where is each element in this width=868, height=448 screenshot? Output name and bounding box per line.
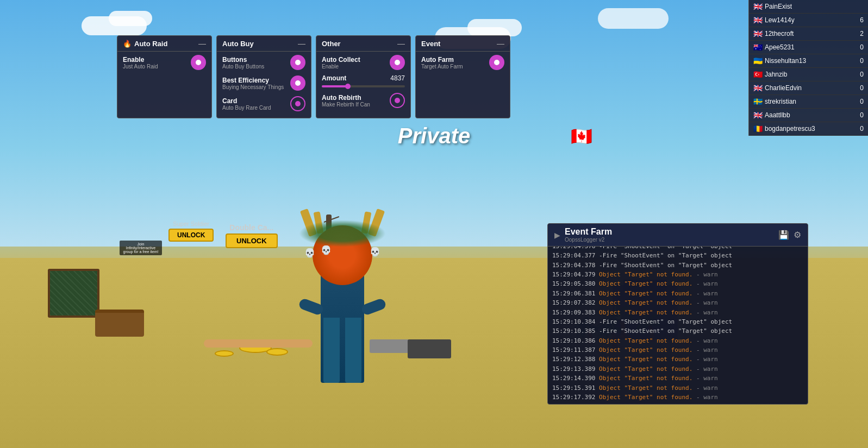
log-warn-label: - warn [692,280,717,287]
other-close[interactable]: — [397,39,405,48]
double-card-unlock-btn[interactable]: UNLOCK [226,234,278,248]
auto-buy-efficiency-row: Best Efficiency Buying Necessary Things [217,72,311,93]
log-timestamp: 15:29:15.391 [552,384,599,392]
player-score: 0 [853,71,864,78]
auto-collect-row: Auto Collect Enable [316,52,410,72]
auto-collect-toggle[interactable] [390,55,405,70]
log-entry: 15:29:11.387 Object "Target" not found. … [552,345,803,355]
log-warn-label: - warn [692,384,717,392]
event-close[interactable]: — [497,39,504,48]
log-normal-text: -Fire "ShootEvent" on "Target" object [599,327,732,335]
map-board [48,269,99,318]
log-normal-text: -Fire "ShootEvent" on "Target" object [599,318,732,325]
log-timestamp: 15:29:06.381 [552,290,599,297]
player-name: PainExist [765,3,853,10]
log-entry: 15:29:15.391 Object "Target" not found. … [552,383,803,393]
other-panel: Other — Auto Collect Enable Amount 4837 [316,35,411,118]
log-warn-text: Object "Target" not found. [599,280,692,287]
leaderboard-row: 🇹🇷 Jahnzib 0 [749,68,868,81]
log-timestamp: 15:29:14.390 [552,375,599,382]
event-header: Event — [416,36,510,52]
auto-buy-efficiency-toggle[interactable] [290,75,305,91]
log-normal-text: -Fire "ShootEvent" on "Target" object [599,262,732,269]
log-warn-text: Object "Target" not found. [599,365,692,373]
auto-raid-panel: 🔥 Auto Raid — Enable Just Auto Raid [117,35,212,118]
event-title: Event [421,40,440,48]
log-warn-text: Object "Target" not found. [599,271,692,278]
auto-raid-enable-toggle[interactable] [191,55,206,70]
player-flag: 🇬🇧 [753,2,763,11]
coin-2 [266,348,288,356]
log-warn-text: Object "Target" not found. [599,375,692,382]
log-warn-text: Object "Target" not found. [599,384,692,392]
event-farm-save-btn[interactable]: 💾 [778,230,789,240]
leaderboard-row: 🇦🇺 Apee5231 0 [749,41,868,54]
auto-rebirth-toggle[interactable] [390,93,405,108]
event-farm-header: ▶ Event Farm OopssLogger v2 💾 ⚙ [548,224,808,247]
auto-buy-buttons-row: Buttons Auto Buy Buttons [217,52,311,72]
log-entry: 15:29:10.386 Object "Target" not found. … [552,336,803,345]
log-entry: 15:29:14.390 Object "Target" not found. … [552,374,803,383]
log-warn-text: Object "Target" not found. [599,346,692,354]
super-soldier-name: Super Soldier [168,220,214,227]
leaderboard-row: 🇸🇪 strekristian 0 [749,95,868,109]
log-warn-label: - warn [692,299,717,306]
log-timestamp: 15:29:11.387 [552,346,599,354]
auto-collect-label: Auto Collect [322,56,390,64]
player-score: 0 [853,43,864,51]
other-title: Other [322,40,341,48]
other-header: Other — [316,36,410,52]
log-warn-label: - warn [692,290,717,297]
event-farm-settings-btn[interactable]: ⚙ [794,230,801,240]
event-farm-subtitle: OopssLogger v2 [565,237,612,243]
log-warn-label: - warn [692,337,717,344]
player-score: 0 [853,98,864,105]
auto-raid-close[interactable]: — [198,39,206,48]
log-entry: 15:29:17.392 Object "Target" not found. … [552,393,803,402]
auto-buy-buttons-toggle[interactable] [290,55,305,70]
auto-buy-buttons-sub: Auto Buy Buttons [222,64,290,70]
super-soldier-unlock-btn[interactable]: UNLOCK [168,229,214,242]
log-warn-label: - warn [692,309,717,316]
log-entry: 15:29:13.389 Object "Target" not found. … [552,364,803,374]
auto-raid-header: 🔥 Auto Raid — [117,36,211,52]
log-timestamp: 15:29:04.376 [552,247,599,250]
log-entry: 15:29:05.380 Object "Target" not found. … [552,279,803,288]
auto-raid-enable-sub: Just Auto Raid [123,64,191,70]
auto-buy-close[interactable]: — [298,39,305,48]
auto-buy-card-toggle[interactable] [290,96,305,111]
event-panel: Event — Auto Farm Target Auto Farm [415,35,510,118]
auto-farm-row: Auto Farm Target Auto Farm [416,52,510,72]
log-normal-text: -Fire "ShootEvent" on "Target" object [599,252,732,259]
log-warn-label: - warn [692,346,717,354]
log-timestamp: 15:29:10.386 [552,337,599,344]
log-timestamp: 15:29:05.380 [552,280,599,287]
auto-raid-title: 🔥 Auto Raid [123,40,167,48]
podium [408,339,451,358]
amount-slider-fill [322,85,347,87]
player-flag: 🇷🇴 [753,124,763,133]
super-soldier-unlock: Super Soldier UNLOCK [168,220,214,242]
log-entry: 15:29:04.379 Object "Target" not found. … [552,270,803,279]
player-score: 6 [853,16,864,24]
event-farm-title-group: ▶ Event Farm OopssLogger v2 [554,227,612,243]
cloud-4 [467,19,522,36]
auto-buy-buttons-label: Buttons [222,56,290,64]
panels-container: 🔥 Auto Raid — Enable Just Auto Raid Auto… [117,35,510,118]
auto-farm-toggle[interactable] [489,55,504,70]
event-farm-panel: ▶ Event Farm OopssLogger v2 💾 ⚙ 15:29:04… [547,223,808,405]
player-name: Aaattllbb [765,111,853,119]
auto-raid-enable-row: Enable Just Auto Raid [117,52,211,72]
double-card-unlock: Double Ca... UNLOCK [226,223,278,248]
double-card-name: Double Ca... [226,223,278,232]
log-warn-label: - warn [692,394,717,401]
join-group-text: Join Infinity/Interactive group for a fr… [120,241,162,255]
log-entry: 15:29:07.382 Object "Target" not found. … [552,298,803,307]
canada-flag-world: 🇨🇦 [571,126,592,147]
amount-slider-thumb[interactable] [345,84,351,89]
player-name: Lew1414y [765,16,853,24]
log-normal-text: -Fire "ShootEvent" on "Target" object [599,247,732,250]
player-name: Apee5231 [765,43,853,51]
leaderboard-row: 🇬🇧 CharlieEdvin 0 [749,81,868,95]
table-1 [95,310,144,337]
